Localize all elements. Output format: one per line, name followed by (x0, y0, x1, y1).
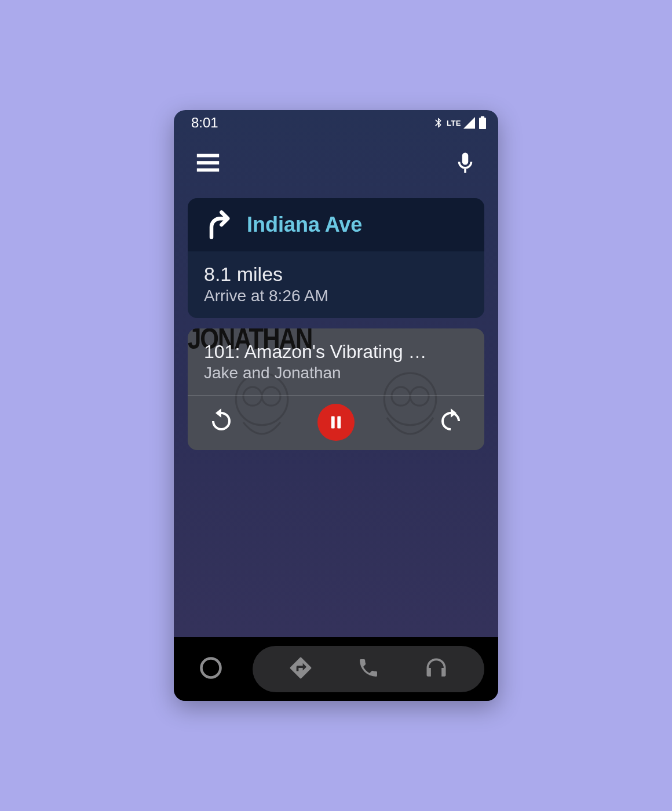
headphones-icon (423, 655, 449, 681)
forward-button[interactable] (437, 407, 465, 437)
svg-rect-5 (464, 169, 466, 173)
toolbar (174, 132, 498, 192)
bluetooth-icon (433, 115, 444, 130)
svg-rect-14 (337, 417, 341, 429)
pause-icon (328, 414, 344, 430)
circle-icon (198, 655, 224, 681)
hamburger-icon (195, 149, 221, 176)
menu-button[interactable] (195, 149, 221, 178)
home-button[interactable] (198, 655, 224, 683)
navigation-arrival: Arrive at 8:26 AM (204, 287, 468, 305)
forward-icon (437, 407, 465, 435)
media-title: 101: Amazon's Vibrating … (204, 341, 468, 363)
phone-frame: 8:01 LTE Indiana Ave 8.1 miles Arrive at… (174, 110, 498, 701)
svg-rect-4 (197, 169, 219, 172)
media-subtitle: Jake and Jonathan (204, 364, 468, 382)
rewind-icon (207, 407, 235, 435)
phone-icon (357, 656, 380, 680)
status-tray: LTE (433, 115, 487, 130)
voice-button[interactable] (453, 151, 477, 177)
navigation-header: Indiana Ave (188, 198, 484, 251)
pause-button[interactable] (317, 404, 355, 441)
nav-pill (253, 646, 484, 692)
svg-rect-2 (197, 154, 219, 158)
headphones-button[interactable] (423, 655, 449, 683)
network-label: LTE (447, 119, 461, 127)
directions-icon (288, 655, 313, 681)
signal-icon (462, 116, 476, 130)
svg-point-15 (202, 659, 221, 678)
media-card[interactable]: JONATHAN 101: Amazon's Vibrating … (188, 328, 484, 450)
svg-rect-3 (197, 161, 219, 165)
battery-icon (479, 116, 487, 130)
directions-button[interactable] (288, 655, 313, 683)
microphone-icon (453, 151, 477, 175)
status-bar: 8:01 LTE (174, 110, 498, 132)
svg-rect-0 (479, 118, 486, 129)
media-info: 101: Amazon's Vibrating … Jake and Jonat… (188, 328, 484, 396)
navigation-street: Indiana Ave (247, 213, 362, 237)
clock: 8:01 (191, 115, 218, 131)
rewind-button[interactable] (207, 407, 235, 437)
svg-rect-1 (481, 116, 484, 118)
navigation-details: 8.1 miles Arrive at 8:26 AM (188, 251, 484, 318)
turn-right-icon (204, 210, 234, 240)
bottom-navbar (174, 637, 498, 701)
media-controls (188, 396, 484, 450)
navigation-distance: 8.1 miles (204, 263, 468, 286)
navigation-card[interactable]: Indiana Ave 8.1 miles Arrive at 8:26 AM (188, 198, 484, 318)
svg-rect-13 (331, 417, 335, 429)
phone-button[interactable] (357, 656, 380, 682)
